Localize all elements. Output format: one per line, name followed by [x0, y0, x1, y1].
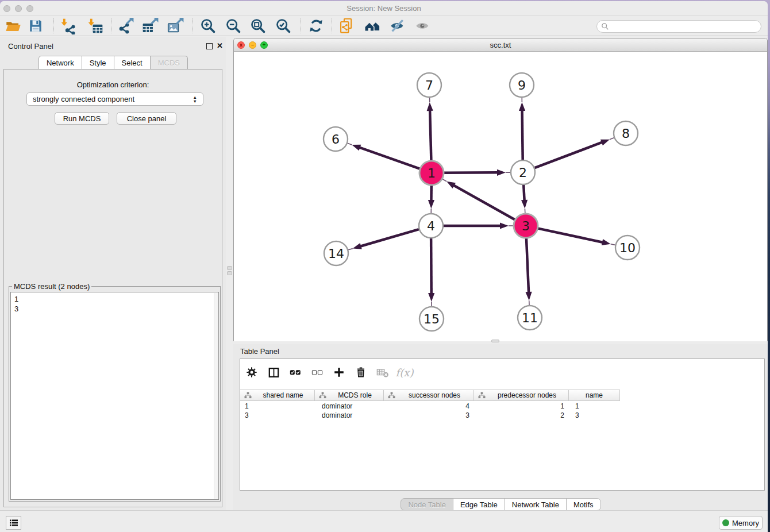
- export-network-icon[interactable]: [113, 17, 138, 35]
- table-panel-title: Table Panel: [240, 347, 279, 356]
- tab-style[interactable]: Style: [82, 56, 114, 69]
- search-box[interactable]: [596, 20, 761, 33]
- graph-node-9[interactable]: 9: [510, 73, 534, 97]
- task-history-button[interactable]: [6, 516, 21, 530]
- graph-node-10[interactable]: 10: [615, 236, 640, 260]
- graph-node-14[interactable]: 14: [324, 241, 348, 265]
- table-cell[interactable]: 1: [240, 402, 315, 411]
- graph-node-6[interactable]: 6: [324, 127, 348, 151]
- clone-network-icon[interactable]: [334, 17, 359, 35]
- table-cell[interactable]: dominator: [315, 411, 384, 420]
- table-row[interactable]: 1dominator411: [240, 402, 764, 411]
- table-cell[interactable]: 1: [474, 402, 569, 411]
- edge-3-1[interactable]: [442, 179, 515, 219]
- mcds-panel: Optimization criterion: strongly connect…: [3, 69, 222, 507]
- table-row[interactable]: 3dominator323: [240, 411, 764, 420]
- edge-1-6[interactable]: [348, 143, 420, 168]
- network-frame-titlebar[interactable]: x – + scc.txt: [234, 38, 767, 52]
- table-cell[interactable]: 3: [240, 411, 315, 420]
- add-column-icon[interactable]: [328, 362, 350, 383]
- table-cell[interactable]: 3: [569, 411, 620, 420]
- export-image-icon[interactable]: [163, 17, 188, 35]
- graph-node-3[interactable]: 3: [514, 214, 538, 238]
- result-scrollbar[interactable]: [214, 293, 218, 499]
- edge-2-8[interactable]: [535, 138, 614, 168]
- edge-3-11[interactable]: [525, 238, 532, 305]
- edge-1-7[interactable]: [427, 98, 433, 160]
- column-header-shared-name[interactable]: shared name: [240, 390, 315, 400]
- delete-table-icon[interactable]: [372, 362, 394, 383]
- close-panel-button[interactable]: Close panel: [117, 112, 176, 125]
- edge-3-10[interactable]: [538, 229, 615, 245]
- table-cell[interactable]: 3: [384, 411, 474, 420]
- edge-4-14[interactable]: [348, 229, 419, 250]
- memory-button[interactable]: Memory: [719, 516, 763, 530]
- zoom-in-icon[interactable]: [195, 17, 221, 35]
- graph-node-11[interactable]: 11: [518, 306, 542, 330]
- tab-network-table[interactable]: Network Table: [505, 498, 567, 511]
- network-canvas[interactable]: 1234678910111415: [234, 52, 767, 341]
- mcds-result-group: MCDS result (2 nodes) 13: [9, 286, 221, 502]
- function-builder-icon[interactable]: f(x): [394, 362, 415, 383]
- import-table-icon[interactable]: [82, 17, 107, 35]
- zoom-fit-icon[interactable]: [245, 17, 271, 35]
- zoom-selected-icon[interactable]: [271, 17, 296, 35]
- tab-node-table[interactable]: Node Table: [401, 498, 453, 511]
- settings-gear-icon[interactable]: [241, 362, 263, 383]
- edge-4-15[interactable]: [428, 238, 434, 306]
- refresh-icon[interactable]: [303, 17, 329, 35]
- hide-details-icon[interactable]: [385, 17, 410, 35]
- search-input[interactable]: [611, 22, 761, 30]
- delete-column-icon[interactable]: [350, 362, 372, 383]
- column-header-successor-nodes[interactable]: successor nodes: [384, 390, 474, 400]
- graph-node-8[interactable]: 8: [614, 121, 638, 145]
- table-tabs: Node TableEdge TableNetwork TableMotifs: [233, 498, 768, 511]
- table-cell[interactable]: dominator: [315, 402, 384, 411]
- table-cell[interactable]: 1: [569, 402, 620, 411]
- column-header-MCDS-role[interactable]: MCDS role: [315, 390, 384, 400]
- table-panel: Table Panel ✕: [233, 344, 768, 511]
- column-header-predecessor-nodes[interactable]: predecessor nodes: [474, 390, 569, 400]
- tab-edge-table[interactable]: Edge Table: [453, 498, 505, 511]
- table-cell[interactable]: 4: [384, 402, 474, 411]
- edge-2-9[interactable]: [519, 98, 525, 160]
- network-frame-title: scc.txt: [234, 41, 767, 49]
- node-table: f(x) shared nameMCDS rolesuccessor nodes…: [240, 358, 765, 491]
- unselect-all-icon[interactable]: [306, 362, 328, 383]
- save-icon[interactable]: [23, 17, 48, 35]
- close-panel-icon[interactable]: ✕: [217, 41, 223, 50]
- edge-1-4[interactable]: [428, 186, 434, 213]
- select-all-icon[interactable]: [284, 362, 306, 383]
- tab-mcds[interactable]: MCDS: [150, 56, 188, 69]
- edge-2-3[interactable]: [521, 185, 528, 213]
- graph-node-1[interactable]: 1: [419, 161, 444, 185]
- export-table-icon[interactable]: [137, 17, 163, 35]
- table-toolbar: f(x): [240, 359, 764, 385]
- run-mcds-button[interactable]: Run MCDS: [55, 112, 109, 125]
- table-cell[interactable]: 2: [474, 411, 569, 420]
- graph-node-4[interactable]: 4: [419, 214, 443, 238]
- svg-text:15: 15: [424, 312, 440, 326]
- optimization-select[interactable]: strongly connected component ▲▼: [26, 92, 203, 106]
- canvas-splitter-grip[interactable]: [491, 340, 499, 342]
- tab-network[interactable]: Network: [38, 56, 82, 69]
- float-panel-icon[interactable]: [206, 43, 213, 49]
- zoom-out-icon[interactable]: [221, 17, 246, 35]
- table-rows: 1dominator4113dominator323: [240, 402, 764, 420]
- graph-node-15[interactable]: 15: [419, 307, 444, 331]
- app-window: Session: New Session: [0, 1, 768, 532]
- panel-splitter-grip[interactable]: [227, 266, 232, 276]
- graph-node-2[interactable]: 2: [511, 160, 535, 184]
- home-icon[interactable]: [360, 17, 385, 35]
- tab-select[interactable]: Select: [114, 56, 151, 69]
- edge-4-3[interactable]: [444, 222, 513, 229]
- graph-node-7[interactable]: 7: [417, 73, 441, 97]
- edge-1-2[interactable]: [444, 169, 510, 176]
- open-file-icon[interactable]: [0, 17, 25, 35]
- tab-motifs[interactable]: Motifs: [566, 498, 601, 511]
- columns-icon[interactable]: [263, 362, 284, 383]
- mcds-result-list[interactable]: 13: [10, 292, 219, 500]
- column-header-name[interactable]: name: [569, 390, 620, 400]
- show-details-icon[interactable]: [410, 17, 436, 35]
- import-network-icon[interactable]: [55, 17, 80, 35]
